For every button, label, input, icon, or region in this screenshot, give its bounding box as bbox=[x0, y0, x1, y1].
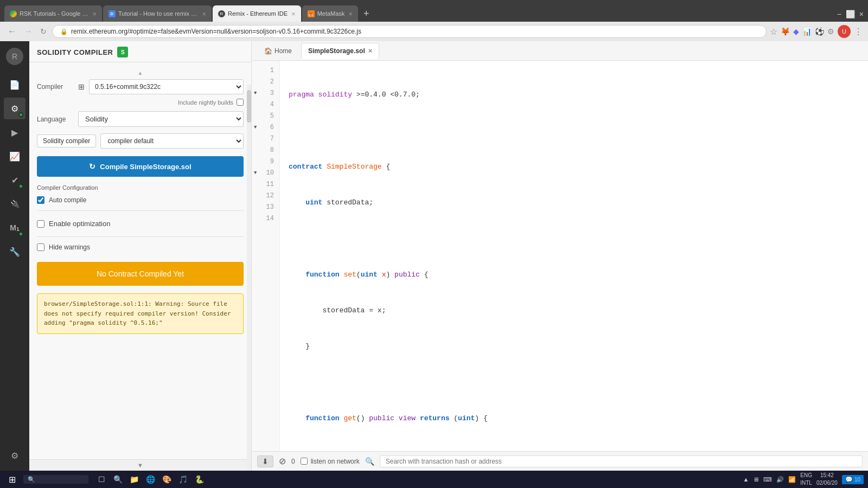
auto-compile-label[interactable]: Auto compile bbox=[49, 196, 86, 204]
ext-icon-2[interactable]: ◆ bbox=[793, 27, 799, 36]
optimization-label[interactable]: Enable optimization bbox=[49, 220, 110, 228]
no-contract-button[interactable]: No Contract Compiled Yet bbox=[37, 262, 244, 286]
hide-warnings-label[interactable]: Hide warnings bbox=[49, 243, 90, 251]
scroll-indicator bbox=[247, 85, 251, 471]
sidebar-icon-compiler[interactable]: ⚙ bbox=[4, 98, 25, 119]
sidebar-icon-check[interactable]: ✔ bbox=[4, 169, 25, 191]
taskbar-app-ps[interactable]: 🎨 bbox=[159, 472, 174, 487]
sidebar-icon-plugin[interactable]: 🔌 bbox=[4, 193, 25, 215]
line-num-3: ▼3 bbox=[252, 88, 279, 99]
transaction-search[interactable] bbox=[380, 455, 863, 467]
maximize-button[interactable]: ⬜ bbox=[846, 10, 855, 18]
sidebar-icon-tools[interactable]: 🔧 bbox=[4, 241, 25, 262]
tab-home[interactable]: 🏠 Home bbox=[256, 43, 300, 59]
ext-icon-4[interactable]: ⚽ bbox=[815, 27, 824, 36]
evm-row: Solidity compiler compiler default homes… bbox=[37, 133, 244, 149]
new-tab-button[interactable]: + bbox=[359, 8, 374, 22]
taskbar-app-chrome[interactable]: 🌐 bbox=[143, 472, 158, 487]
forward-button[interactable]: → bbox=[22, 25, 35, 37]
code-line-3: contract SimpleStorage { bbox=[289, 161, 859, 173]
sidebar-icon-files[interactable]: 📄 bbox=[4, 74, 25, 95]
language-select[interactable]: Solidity Yul bbox=[78, 111, 244, 127]
taskbar-app-python[interactable]: 🐍 bbox=[192, 472, 207, 487]
taskbar-app-files[interactable]: 📁 bbox=[126, 472, 142, 487]
address-bar-row: ← → ↻ 🔒 remix.ethereum.org/#optimize=fal… bbox=[0, 22, 868, 41]
hide-warnings-checkbox[interactable] bbox=[37, 243, 44, 251]
ext-icon-5[interactable]: ⚙ bbox=[827, 27, 834, 36]
compiler-title: SOLIDITY COMPILER bbox=[37, 48, 113, 56]
nightly-builds-row: Include nightly builds bbox=[37, 99, 244, 106]
star-icon[interactable]: ☆ bbox=[770, 27, 777, 37]
taskbar-app-music[interactable]: 🎵 bbox=[175, 472, 190, 487]
bottom-bar: ⬇ ⊘ 0 listen on network 🔍 bbox=[252, 451, 868, 471]
expand-terminal-button[interactable]: ⬇ bbox=[257, 455, 273, 467]
transaction-count: 0 bbox=[291, 458, 295, 465]
taskbar-datetime: 15:42 02/06/20 bbox=[816, 472, 838, 487]
taskbar-icon-1[interactable]: 🖥 bbox=[753, 476, 759, 483]
taskbar-search[interactable] bbox=[23, 475, 88, 484]
code-editor: 1 2 ▼3 4 5 ▼6 7 8 9 ▼10 11 12 13 14 bbox=[252, 61, 868, 451]
tab-tutorial[interactable]: D Tutorial - How to use remix with × bbox=[103, 5, 212, 22]
stop-icon: ⊘ bbox=[279, 456, 286, 466]
line-num-10: ▼10 bbox=[252, 168, 279, 179]
listen-network-label: listen on network bbox=[311, 458, 360, 465]
taskbar-chat[interactable]: 💬 10 bbox=[842, 475, 864, 484]
tab-label-4: MetaMask bbox=[317, 10, 345, 17]
line-num-5: 5 bbox=[252, 111, 279, 122]
compile-button[interactable]: ↻ Compile SimpleStorage.sol bbox=[37, 156, 244, 177]
tab-close-editor[interactable]: × bbox=[368, 47, 373, 55]
code-content[interactable]: pragma solidity >=0.4.0 <0.7.0; contract… bbox=[280, 61, 868, 451]
sidebar-icon-settings[interactable]: ⚙ bbox=[4, 445, 25, 466]
sidebar-icon-m[interactable]: M₁ bbox=[4, 217, 25, 239]
tab-favicon-google bbox=[10, 10, 17, 17]
back-button[interactable]: ← bbox=[5, 25, 18, 37]
tab-close-2[interactable]: × bbox=[202, 10, 206, 18]
auto-compile-checkbox[interactable] bbox=[37, 196, 44, 204]
start-button[interactable]: ⊞ bbox=[4, 474, 20, 485]
tab-google-drive[interactable]: RSK Tutorials - Google Drive × bbox=[4, 5, 102, 22]
tab-label-2: Tutorial - How to use remix with bbox=[118, 10, 198, 17]
profile-avatar[interactable]: U bbox=[838, 25, 851, 38]
minimize-button[interactable]: − bbox=[837, 10, 841, 18]
tab-simplestorage[interactable]: SimpleStorage.sol × bbox=[301, 43, 379, 59]
refresh-button[interactable]: ↻ bbox=[38, 26, 49, 37]
sidebar-icon-logo[interactable]: R bbox=[4, 46, 25, 67]
line-num-8: 8 bbox=[252, 145, 279, 156]
tab-close-1[interactable]: × bbox=[92, 10, 97, 18]
plus-icon[interactable]: ⊞ bbox=[78, 82, 85, 91]
close-button[interactable]: × bbox=[859, 10, 864, 18]
line-num-6: ▼6 bbox=[252, 122, 279, 133]
menu-dots[interactable]: ⋮ bbox=[854, 27, 863, 37]
tab-close-4[interactable]: × bbox=[348, 10, 353, 18]
evm-version-select[interactable]: compiler default homestead byzantium ist… bbox=[100, 133, 244, 149]
taskbar: ⊞ ☐ 🔍 📁 🌐 🎨 🎵 🐍 ▲ 🖥 ⌨ 🔊 📶 ENG INTL 15:42… bbox=[0, 471, 868, 488]
address-field[interactable]: 🔒 remix.ethereum.org/#optimize=false&evm… bbox=[52, 25, 767, 38]
language-label: Language bbox=[37, 115, 74, 123]
listen-network-checkbox[interactable] bbox=[301, 458, 308, 465]
tab-close-3[interactable]: × bbox=[291, 10, 296, 18]
ext-icon-3[interactable]: 📊 bbox=[802, 27, 812, 36]
line-numbers: 1 2 ▼3 4 5 ▼6 7 8 9 ▼10 11 12 13 14 bbox=[252, 61, 280, 451]
scroll-up-indicator[interactable]: ▲ bbox=[37, 70, 244, 76]
compiler-version-select[interactable]: 0.5.16+commit.9c322c bbox=[89, 79, 244, 94]
tab-metamask[interactable]: 🦊 MetaMask × bbox=[302, 5, 358, 22]
notification-arrow[interactable]: ▲ bbox=[743, 476, 749, 483]
sidebar-icon-analytics[interactable]: 📈 bbox=[4, 145, 25, 167]
scroll-down-arrow[interactable]: ▼ bbox=[29, 459, 251, 471]
address-text: remix.ethereum.org/#optimize=false&evmVe… bbox=[71, 28, 361, 35]
taskbar-app-search[interactable]: 🔍 bbox=[110, 472, 125, 487]
metamask-ext-icon[interactable]: 🦊 bbox=[781, 27, 790, 36]
taskbar-icon-3[interactable]: 🔊 bbox=[776, 476, 784, 483]
taskbar-icon-2[interactable]: ⌨ bbox=[763, 476, 772, 483]
tab-remix[interactable]: R Remix - Ethereum IDE × bbox=[213, 5, 301, 22]
search-icon: 🔍 bbox=[365, 457, 374, 466]
taskbar-app-ie[interactable]: ☐ bbox=[94, 472, 109, 487]
optimization-checkbox[interactable] bbox=[37, 220, 44, 228]
taskbar-intl: INTL bbox=[800, 479, 812, 487]
chat-count: 10 bbox=[854, 477, 860, 483]
taskbar-icon-4[interactable]: 📶 bbox=[788, 476, 796, 483]
nightly-checkbox[interactable] bbox=[237, 99, 244, 106]
taskbar-right: ▲ 🖥 ⌨ 🔊 📶 ENG INTL 15:42 02/06/20 💬 10 bbox=[743, 472, 864, 487]
compile-button-label: Compile SimpleStorage.sol bbox=[100, 163, 191, 171]
sidebar-icon-deploy[interactable]: ▶ bbox=[4, 121, 25, 143]
